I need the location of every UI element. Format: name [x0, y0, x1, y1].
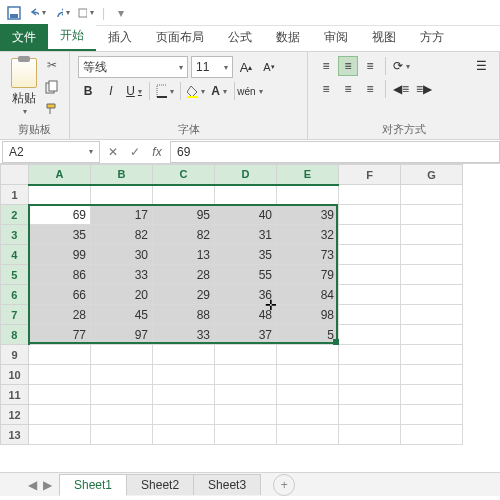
format-painter-icon[interactable]	[43, 100, 61, 118]
align-bottom-icon[interactable]: ≡	[360, 56, 380, 76]
cell[interactable]	[401, 245, 463, 265]
cell[interactable]	[401, 325, 463, 345]
paste-button[interactable]: 粘贴 ▾	[8, 58, 39, 116]
cell[interactable]: 48	[215, 305, 277, 325]
cell[interactable]: 95	[153, 205, 215, 225]
undo-icon[interactable]: ▾	[30, 5, 46, 21]
font-color-button[interactable]: A▾	[209, 81, 229, 101]
cell[interactable]	[277, 385, 339, 405]
wrap-text-icon[interactable]: ☰	[471, 56, 491, 76]
cell[interactable]: 82	[153, 225, 215, 245]
tab-insert[interactable]: 插入	[96, 24, 144, 51]
sheet-nav-next-icon[interactable]: ▶	[43, 478, 52, 492]
cell[interactable]	[153, 365, 215, 385]
cell[interactable]	[277, 365, 339, 385]
name-box[interactable]: A2▾	[2, 141, 100, 163]
row-header[interactable]: 10	[1, 365, 29, 385]
font-size-select[interactable]: 11▾	[191, 56, 233, 78]
cell[interactable]: 84	[277, 285, 339, 305]
cell[interactable]	[153, 185, 215, 205]
cell[interactable]	[401, 265, 463, 285]
add-sheet-icon[interactable]: +	[273, 474, 295, 496]
cell[interactable]	[401, 405, 463, 425]
cell[interactable]: 73	[277, 245, 339, 265]
cell[interactable]	[339, 325, 401, 345]
column-header[interactable]: A	[29, 165, 91, 185]
cell[interactable]	[153, 385, 215, 405]
font-name-select[interactable]: 等线▾	[78, 56, 188, 78]
cell[interactable]: 30	[91, 245, 153, 265]
underline-button[interactable]: U▾	[124, 81, 144, 101]
cell[interactable]	[29, 345, 91, 365]
cell[interactable]: 31	[215, 225, 277, 245]
cell[interactable]	[29, 405, 91, 425]
cell[interactable]: 40	[215, 205, 277, 225]
cell[interactable]	[339, 225, 401, 245]
cell[interactable]	[91, 385, 153, 405]
cell[interactable]: 35	[215, 245, 277, 265]
cell[interactable]	[215, 185, 277, 205]
fx-icon[interactable]: fx	[146, 145, 168, 159]
increase-font-icon[interactable]: A▴	[236, 57, 256, 77]
cell[interactable]	[277, 425, 339, 445]
enter-formula-icon[interactable]: ✓	[124, 145, 146, 159]
column-header[interactable]: B	[91, 165, 153, 185]
cell[interactable]: 97	[91, 325, 153, 345]
sheet-tab-2[interactable]: Sheet2	[126, 474, 194, 495]
cell[interactable]: 28	[153, 265, 215, 285]
column-header[interactable]: F	[339, 165, 401, 185]
cell[interactable]	[401, 285, 463, 305]
row-header[interactable]: 9	[1, 345, 29, 365]
tab-page-layout[interactable]: 页面布局	[144, 24, 216, 51]
align-middle-icon[interactable]: ≡	[338, 56, 358, 76]
cell[interactable]	[339, 265, 401, 285]
cell[interactable]	[91, 425, 153, 445]
row-header[interactable]: 8	[1, 325, 29, 345]
cell[interactable]: 37	[215, 325, 277, 345]
cell[interactable]: 55	[215, 265, 277, 285]
cell[interactable]	[29, 425, 91, 445]
cell[interactable]	[215, 425, 277, 445]
redo-icon[interactable]: ▾	[54, 5, 70, 21]
tab-view[interactable]: 视图	[360, 24, 408, 51]
align-center-icon[interactable]: ≡	[338, 79, 358, 99]
cell[interactable]	[401, 365, 463, 385]
cell[interactable]	[91, 345, 153, 365]
cell[interactable]: 17	[91, 205, 153, 225]
tab-review[interactable]: 审阅	[312, 24, 360, 51]
cut-icon[interactable]: ✂	[43, 56, 61, 74]
cell[interactable]	[91, 185, 153, 205]
cell[interactable]	[153, 425, 215, 445]
cell[interactable]: 66	[29, 285, 91, 305]
increase-indent-icon[interactable]: ≡▶	[414, 79, 434, 99]
qat-customize-icon[interactable]: ▾	[78, 5, 94, 21]
cell[interactable]	[153, 405, 215, 425]
cell[interactable]	[91, 405, 153, 425]
cell[interactable]	[339, 385, 401, 405]
tab-formulas[interactable]: 公式	[216, 24, 264, 51]
cell[interactable]: 82	[91, 225, 153, 245]
sheet-nav-prev-icon[interactable]: ◀	[28, 478, 37, 492]
row-header[interactable]: 13	[1, 425, 29, 445]
sheet-tab-3[interactable]: Sheet3	[193, 474, 261, 495]
tab-addin[interactable]: 方方	[408, 24, 456, 51]
italic-button[interactable]: I	[101, 81, 121, 101]
cell[interactable]	[277, 405, 339, 425]
cell[interactable]: 36	[215, 285, 277, 305]
row-header[interactable]: 5	[1, 265, 29, 285]
cell[interactable]	[339, 205, 401, 225]
cell[interactable]	[401, 425, 463, 445]
cell[interactable]	[401, 205, 463, 225]
cell[interactable]: 5	[277, 325, 339, 345]
row-header[interactable]: 12	[1, 405, 29, 425]
tab-home[interactable]: 开始	[48, 22, 96, 51]
cell[interactable]: 45	[91, 305, 153, 325]
cell[interactable]: 13	[153, 245, 215, 265]
formula-input[interactable]: 69	[170, 141, 500, 163]
cell[interactable]: 32	[277, 225, 339, 245]
cell[interactable]	[91, 365, 153, 385]
cell[interactable]: 98	[277, 305, 339, 325]
row-header[interactable]: 1	[1, 185, 29, 205]
cell[interactable]: 39	[277, 205, 339, 225]
row-header[interactable]: 2	[1, 205, 29, 225]
